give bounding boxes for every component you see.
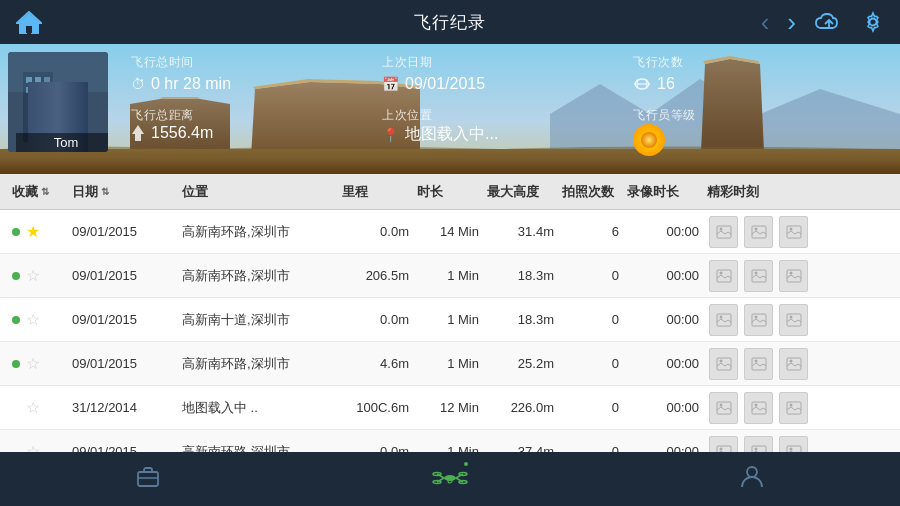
row-duration: 1 Min — [417, 268, 487, 283]
svg-point-24 — [754, 227, 757, 230]
star-icon[interactable]: ☆ — [26, 266, 40, 285]
thumbnail[interactable] — [709, 260, 738, 292]
row-recording: 00:00 — [627, 400, 707, 415]
page-title: 飞行纪录 — [414, 11, 486, 34]
sort-fav-icon: ⇅ — [41, 186, 49, 197]
stats-container: 飞行总时间 ⏱ 0 hr 28 min 飞行总距离 1556.4m 上次日期 📅… — [115, 44, 900, 174]
bottom-nav — [0, 452, 900, 506]
thumbnail[interactable] — [709, 348, 738, 380]
thumbnail[interactable] — [779, 216, 808, 248]
thumbnail[interactable] — [709, 392, 738, 424]
row-fav[interactable]: ☆ — [0, 398, 72, 417]
flight-table: 收藏 ⇅ 日期 ⇅ 位置 里程 时长 最大高度 拍照次数 录像时长 精彩时刻 — [0, 174, 900, 474]
row-recording: 00:00 — [627, 356, 707, 371]
table-row[interactable]: ★ 09/01/2015 高新南环路,深圳市 0.0m 14 Min 31.4m… — [0, 210, 900, 254]
svg-point-28 — [719, 271, 722, 274]
active-dot — [12, 272, 20, 280]
thumbnail[interactable] — [779, 348, 808, 380]
cloud-upload-button[interactable] — [814, 10, 844, 34]
row-date: 09/01/2015 — [72, 356, 182, 371]
table-row[interactable]: ☆ 09/01/2015 高新南环路,深圳市 4.6m 1 Min 25.2m … — [0, 342, 900, 386]
row-fav[interactable]: ☆ — [0, 354, 72, 373]
col-header-loc[interactable]: 位置 — [182, 183, 342, 201]
row-fav[interactable]: ☆ — [0, 266, 72, 285]
thumbnail[interactable] — [779, 260, 808, 292]
row-duration: 1 Min — [417, 312, 487, 327]
svg-rect-17 — [71, 92, 79, 100]
row-highlights[interactable] — [707, 304, 812, 336]
stats-col2: 上次日期 📅 09/01/2015 上次位置 📍 地图载入中... — [382, 54, 633, 145]
col-header-best[interactable]: 精彩时刻 — [707, 183, 812, 201]
thumbnail[interactable] — [744, 216, 773, 248]
calendar-icon: 📅 — [382, 76, 399, 92]
row-distance: 4.6m — [342, 356, 417, 371]
col-header-dist[interactable]: 里程 — [342, 183, 417, 201]
col-header-rec[interactable]: 录像时长 — [627, 183, 707, 201]
star-icon[interactable]: ☆ — [26, 398, 40, 417]
svg-point-5 — [870, 19, 877, 26]
timer-icon: ⏱ — [131, 76, 145, 92]
row-duration: 14 Min — [417, 224, 487, 239]
thumbnail[interactable] — [709, 304, 738, 336]
row-altitude: 25.2m — [487, 356, 562, 371]
forward-button[interactable]: › — [787, 7, 796, 38]
row-fav[interactable]: ☆ — [0, 310, 72, 329]
nav-item-flights[interactable] — [135, 464, 161, 494]
last-date-value: 📅 09/01/2015 — [382, 75, 633, 93]
table-row[interactable]: ☆ 09/01/2015 高新南十道,深圳市 0.0m 1 Min 18.3m … — [0, 298, 900, 342]
row-highlights[interactable] — [707, 260, 812, 292]
svg-rect-57 — [138, 472, 158, 486]
col-header-alt[interactable]: 最大高度 — [487, 183, 562, 201]
back-button[interactable]: ‹ — [761, 7, 770, 38]
svg-rect-18 — [8, 52, 108, 92]
star-icon[interactable]: ★ — [26, 222, 40, 241]
svg-point-50 — [789, 403, 792, 406]
thumbnail[interactable] — [744, 392, 773, 424]
row-distance: 0.0m — [342, 224, 417, 239]
home-button[interactable] — [16, 10, 42, 34]
row-altitude: 226.0m — [487, 400, 562, 415]
thumbnail[interactable] — [709, 216, 738, 248]
row-date: 09/01/2015 — [72, 224, 182, 239]
nav-item-profile[interactable] — [739, 463, 765, 495]
row-location: 高新南十道,深圳市 — [182, 311, 342, 329]
svg-point-40 — [719, 359, 722, 362]
pilot-level-value — [633, 124, 884, 156]
table-row[interactable]: ☆ 31/12/2014 地图载入中 .. 100C.6m 12 Min 226… — [0, 386, 900, 430]
svg-point-59 — [444, 475, 456, 481]
row-highlights[interactable] — [707, 392, 812, 424]
row-date: 31/12/2014 — [72, 400, 182, 415]
row-fav[interactable]: ★ — [0, 222, 72, 241]
col-header-photo[interactable]: 拍照次数 — [562, 183, 627, 201]
star-icon[interactable]: ☆ — [26, 310, 40, 329]
row-altitude: 31.4m — [487, 224, 562, 239]
level-badge — [633, 124, 665, 156]
row-highlights[interactable] — [707, 348, 812, 380]
row-distance: 0.0m — [342, 312, 417, 327]
svg-point-46 — [719, 403, 722, 406]
total-time-label: 飞行总时间 — [131, 54, 382, 71]
stats-col1: 飞行总时间 ⏱ 0 hr 28 min 飞行总距离 1556.4m — [131, 54, 382, 142]
svg-rect-3 — [26, 26, 32, 33]
svg-rect-9 — [23, 72, 53, 142]
table-row[interactable]: ☆ 09/01/2015 高新南环路,深圳市 206.5m 1 Min 18.3… — [0, 254, 900, 298]
thumbnail[interactable] — [744, 348, 773, 380]
thumbnail[interactable] — [744, 260, 773, 292]
thumbnail[interactable] — [779, 304, 808, 336]
svg-point-32 — [789, 271, 792, 274]
svg-point-44 — [789, 359, 792, 362]
settings-button[interactable] — [862, 11, 884, 33]
row-distance: 206.5m — [342, 268, 417, 283]
row-highlights[interactable] — [707, 216, 812, 248]
svg-point-56 — [789, 447, 792, 450]
table-body: ★ 09/01/2015 高新南环路,深圳市 0.0m 14 Min 31.4m… — [0, 210, 900, 474]
col-header-date[interactable]: 日期 ⇅ — [72, 183, 182, 201]
col-header-dur[interactable]: 时长 — [417, 183, 487, 201]
nav-item-drone[interactable] — [432, 462, 468, 496]
svg-point-30 — [754, 271, 757, 274]
thumbnail[interactable] — [744, 304, 773, 336]
user-name-label: Tom — [16, 133, 108, 152]
star-icon[interactable]: ☆ — [26, 354, 40, 373]
col-header-fav[interactable]: 收藏 ⇅ — [0, 183, 72, 201]
thumbnail[interactable] — [779, 392, 808, 424]
